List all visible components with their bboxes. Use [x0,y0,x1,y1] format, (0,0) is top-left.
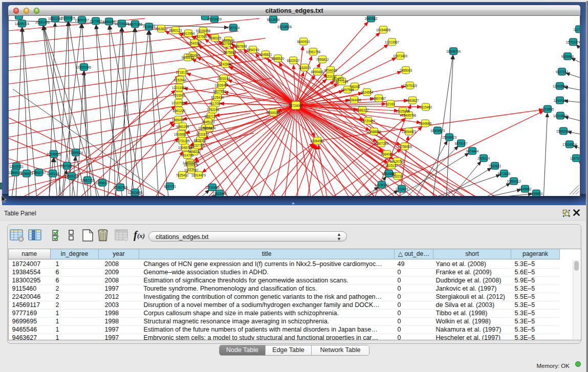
svg-text:8427552: 8427552 [213,90,226,93]
svg-text:12942737: 12942737 [32,171,47,174]
svg-text:18724007: 18724007 [289,104,303,107]
svg-text:19384554: 19384554 [310,139,325,143]
svg-text:9084067: 9084067 [381,152,394,156]
svg-text:1615132: 1615132 [385,164,398,167]
svg-text:53226058: 53226058 [196,29,211,33]
svg-text:3624554: 3624554 [361,91,374,94]
svg-text:10025438: 10025438 [396,110,410,113]
svg-text:9914706: 9914706 [181,154,194,157]
svg-text:8990448: 8990448 [311,70,324,74]
svg-text:20364436: 20364436 [347,98,362,102]
svg-text:9152644: 9152644 [174,78,187,82]
svg-text:11026454: 11026454 [214,83,229,87]
svg-text:9637791: 9637791 [164,185,177,188]
svg-text:7357224: 7357224 [227,26,240,30]
svg-text:9117004: 9117004 [209,102,222,105]
svg-text:6497568: 6497568 [341,88,354,92]
svg-text:1527602: 1527602 [90,19,102,23]
svg-text:15692971: 15692971 [556,129,571,133]
svg-text:9890615: 9890615 [182,56,194,59]
svg-text:8361220: 8361220 [173,109,186,113]
svg-text:10654112: 10654112 [507,180,521,183]
svg-text:1156819: 1156819 [20,172,33,176]
svg-text:10120746: 10120746 [390,160,405,163]
svg-text:7932621: 7932621 [489,164,502,168]
svg-text:9327508: 9327508 [221,42,233,46]
svg-text:7515526: 7515526 [143,25,156,29]
svg-text:9463627: 9463627 [406,99,419,102]
svg-text:15751074: 15751074 [566,40,580,44]
svg-text:9329966: 9329966 [561,55,574,58]
svg-text:5498222: 5498222 [188,150,201,154]
svg-text:10973493: 10973493 [393,54,408,58]
svg-text:10958127: 10958127 [95,181,110,185]
svg-text:1733426: 1733426 [396,187,408,191]
svg-text:20201925: 20201925 [61,16,76,20]
svg-text:(x): (x) [137,232,145,239]
svg-text:7485003: 7485003 [400,69,412,72]
svg-text:10961758: 10961758 [306,50,321,54]
svg-text:11923448: 11923448 [212,192,227,195]
svg-text:7986322: 7986322 [356,108,369,112]
svg-text:12975115: 12975115 [403,84,417,87]
svg-text:20053346: 20053346 [77,65,92,69]
svg-text:10688609: 10688609 [367,130,382,134]
svg-text:20691406: 20691406 [35,20,50,24]
svg-text:9474444: 9474444 [466,149,479,153]
svg-text:9327505: 9327505 [195,35,208,38]
svg-text:12213363: 12213363 [172,86,187,90]
svg-text:17359924: 17359924 [69,151,83,155]
svg-text:12213967: 12213967 [385,40,400,44]
svg-text:16914479: 16914479 [191,173,206,177]
svg-text:3215955: 3215955 [541,107,554,111]
svg-text:10756928: 10756928 [398,145,412,148]
svg-text:1145138: 1145138 [47,172,59,176]
svg-text:8322037: 8322037 [287,59,300,62]
svg-text:12505135: 12505135 [64,174,79,178]
svg-text:19218506: 19218506 [277,25,292,29]
svg-text:62160: 62160 [386,102,395,106]
svg-text:8186325: 8186325 [209,36,222,40]
svg-text:1117123: 1117123 [573,28,580,31]
svg-text:252214: 252214 [392,174,403,178]
svg-text:9245652: 9245652 [519,187,532,191]
svg-text:8471626: 8471626 [498,172,511,176]
svg-text:7955812: 7955812 [316,58,329,61]
svg-text:10412587: 10412587 [184,168,199,172]
svg-text:2087682: 2087682 [365,17,378,20]
svg-text:2935114: 2935114 [477,157,490,160]
svg-text:9242848: 9242848 [219,62,232,66]
svg-text:16782759: 16782759 [113,186,128,189]
svg-text:16648784: 16648784 [446,50,461,53]
svg-text:1244415: 1244415 [554,99,567,102]
svg-text:8813054: 8813054 [267,18,280,21]
svg-text:19166827: 19166827 [174,133,189,136]
svg-text:6794028: 6794028 [324,69,337,72]
svg-text:10107553: 10107553 [171,101,186,105]
svg-text:8660123: 8660123 [169,29,182,32]
svg-text:14055724: 14055724 [15,22,30,26]
svg-text:12935051: 12935051 [9,165,24,168]
svg-text:9777169: 9777169 [336,80,349,83]
svg-text:10237765: 10237765 [190,144,205,147]
svg-text:7203991: 7203991 [173,94,186,97]
svg-text:16409573: 16409573 [430,129,445,133]
svg-text:8878332: 8878332 [194,139,207,142]
svg-text:8231870: 8231870 [197,133,209,136]
svg-text:15938923: 15938923 [442,136,457,139]
svg-text:15720407: 15720407 [361,119,376,123]
svg-text:6481205: 6481205 [177,125,189,128]
svg-text:10807487: 10807487 [372,97,386,100]
svg-text:14136141: 14136141 [375,183,389,187]
svg-text:2803144: 2803144 [217,77,230,80]
svg-text:19654923: 19654923 [402,130,417,134]
svg-text:16033809: 16033809 [207,17,222,21]
svg-text:6640910: 6640910 [297,40,310,43]
svg-text:8912954: 8912954 [182,32,195,35]
svg-text:10655287: 10655287 [75,18,90,22]
svg-text:9945123: 9945123 [202,120,215,124]
svg-text:2588520: 2588520 [272,57,285,60]
svg-text:2718176: 2718176 [176,71,189,74]
svg-text:9318804: 9318804 [203,126,216,130]
svg-text:7625402: 7625402 [176,173,189,177]
